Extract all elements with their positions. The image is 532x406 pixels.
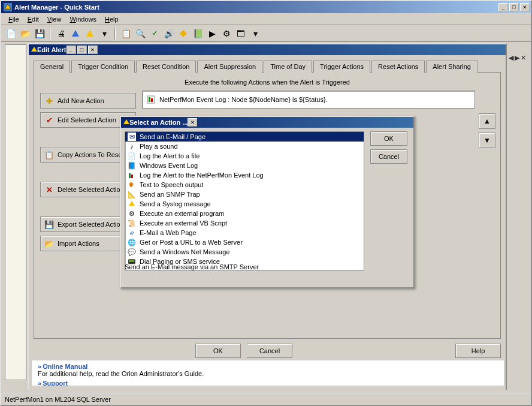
gear-icon: ⚙ [128, 209, 136, 218]
file-icon: 📄 [128, 152, 136, 160]
sa-ok-button[interactable]: OK [370, 131, 407, 146]
list-item[interactable]: ♪ Play a sound [125, 142, 364, 151]
alert-blue-icon[interactable] [69, 28, 81, 40]
dropdown-icon[interactable]: ▾ [98, 28, 110, 40]
alert-yellow-icon[interactable] [84, 28, 96, 40]
mail-icon: ✉ [128, 133, 136, 141]
tab-alert-suppression[interactable]: Alert Suppression [197, 61, 262, 73]
run-icon[interactable]: ▶ [206, 28, 218, 40]
settings-icon[interactable]: ⚙ [220, 28, 232, 40]
ea-ok-button[interactable]: OK [195, 344, 241, 358]
list-item[interactable]: 📐 Send an SNMP Trap [125, 190, 364, 199]
list-item[interactable]: 📘 Windows Event Log [125, 161, 364, 170]
edit-alert-title: Edit Alert [37, 46, 66, 53]
ea-maximize-button[interactable]: □ [77, 46, 87, 54]
online-manual-desc: For additional help, read the Orion Admi… [38, 370, 498, 377]
svg-marker-1 [72, 30, 79, 37]
tab-general[interactable]: General [34, 61, 70, 73]
close-button[interactable]: × [520, 3, 530, 11]
save-icon[interactable]: 💾 [34, 28, 46, 40]
statusbar: NetPerfMon1 on ML204 SQL Server [1, 393, 531, 405]
alert-icon [31, 47, 37, 53]
tab-trigger-actions[interactable]: Trigger Actions [313, 61, 370, 73]
copy-icon: 📋 [44, 150, 54, 160]
list-item[interactable]: ⚙ Execute an external program [125, 209, 364, 218]
minimize-button[interactable]: _ [498, 3, 508, 11]
print-icon[interactable]: 🖨 [55, 28, 67, 40]
support-link[interactable]: Support [43, 380, 68, 386]
select-action-hint: Send an E-Mail message via an SMTP Serve… [125, 263, 259, 270]
ea-minimize-button[interactable]: _ [66, 46, 76, 54]
window-icon[interactable]: 🗔 [235, 28, 247, 40]
ea-cancel-button[interactable]: Cancel [247, 344, 292, 358]
main-titlebar: Alert Manager - Quick Start _ □ × [1, 1, 531, 13]
tab-reset-actions[interactable]: Reset Actions [371, 61, 425, 73]
edit-alert-titlebar: Edit Alert _ □ × [29, 44, 506, 55]
ea-close-button[interactable]: × [88, 46, 98, 54]
online-manual-link[interactable]: Online Manual [43, 363, 87, 370]
main-title: Alert Manager - Quick Start [14, 4, 99, 11]
menu-help[interactable]: Help [101, 14, 122, 24]
add-new-action-button[interactable]: ✚ Add New Action [40, 93, 136, 109]
sa-close-button[interactable]: × [188, 118, 197, 127]
dropdown2-icon[interactable]: ▾ [249, 28, 261, 40]
list-item[interactable]: 💬 Send a Windows Net Message [125, 247, 364, 257]
sa-cancel-button[interactable]: Cancel [370, 149, 407, 164]
quickstart-panel-edge [5, 44, 26, 380]
menu-view[interactable]: View [44, 14, 65, 24]
svg-rect-9 [129, 173, 131, 178]
snmp-icon: 📐 [128, 190, 136, 199]
save-icon: 💾 [44, 219, 54, 229]
list-item[interactable]: ✉ Send an E-Mail / Page [125, 132, 364, 142]
list-item[interactable]: ℯ E-Mail a Web Page [125, 228, 364, 237]
svg-rect-10 [131, 175, 133, 178]
svg-rect-6 [149, 97, 150, 102]
list-item[interactable]: 📄 Log the Alert to a file [125, 151, 364, 161]
sound-icon[interactable]: 🔊 [163, 28, 175, 40]
tab-trigger-condition[interactable]: Trigger Condition [71, 61, 135, 73]
toolbar: 📄 📂 💾 🖨 ▾ 📋 🔍 ✓ 🔊 📗 ▶ ⚙ 🗔 ▾ [1, 25, 531, 42]
list-item[interactable]: 🗣 Text to Speech output [125, 180, 364, 190]
folder-icon: 📂 [44, 239, 54, 248]
tab-time-of-day[interactable]: Time of Day [264, 61, 312, 73]
move-down-button[interactable]: ▼ [479, 133, 495, 148]
move-up-button[interactable]: ▲ [479, 113, 495, 129]
ea-help-button[interactable]: Help [455, 344, 501, 358]
list-item[interactable]: 📜 Execute an external VB Script [125, 218, 364, 228]
list-item[interactable]: Log the Alert to the NetPerfMon Event Lo… [125, 170, 364, 180]
warning-icon [123, 119, 129, 125]
menu-edit[interactable]: Edit [24, 14, 43, 24]
diamond-icon[interactable] [177, 28, 189, 40]
quickstart-help-panel: »Online Manual For additional help, read… [31, 360, 504, 386]
list-item[interactable]: Send a Syslog message [125, 199, 364, 209]
select-action-titlebar: Select an Action ... × [121, 117, 413, 128]
status-text: NetPerfMon1 on ML204 SQL Server [5, 396, 111, 403]
svg-marker-3 [180, 30, 187, 37]
copy-icon[interactable]: 📋 [120, 28, 132, 40]
pane-intro: Execute the following Actions when the A… [40, 79, 494, 86]
url-icon: 🌐 [128, 238, 136, 246]
tts-icon: 🗣 [128, 181, 136, 189]
actions-list[interactable]: NetPerfMon Event Log : Node ${NodeName} … [142, 91, 475, 109]
menu-windows[interactable]: Windows [66, 14, 100, 24]
menubar: File Edit View Windows Help [1, 13, 531, 25]
new-icon[interactable]: 📄 [5, 28, 17, 40]
find-icon[interactable]: 🔍 [134, 28, 146, 40]
open-icon[interactable]: 📂 [19, 28, 31, 40]
menu-file[interactable]: File [5, 14, 23, 24]
maximize-button[interactable]: □ [509, 3, 519, 11]
plus-icon: ✚ [44, 96, 54, 106]
check-icon[interactable]: ✓ [149, 28, 161, 40]
app-icon [4, 3, 12, 11]
action-item-label: NetPerfMon Event Log : Node ${NodeName} … [159, 96, 328, 103]
tab-reset-condition[interactable]: Reset Condition [136, 61, 196, 73]
sound-icon: ♪ [128, 142, 136, 151]
syslog-icon [128, 200, 136, 208]
action-listbox[interactable]: ✉ Send an E-Mail / Page ♪ Play a sound 📄… [125, 131, 364, 270]
select-action-dialog: Select an Action ... × ✉ Send an E-Mail … [120, 116, 415, 288]
tab-alert-sharing[interactable]: Alert Sharing [426, 61, 477, 73]
svg-marker-11 [129, 201, 135, 206]
list-item[interactable]: 🌐 Get or Post a URL to a Web Server [125, 237, 364, 247]
book-icon[interactable]: 📗 [192, 28, 204, 40]
check-red-icon: ✔ [44, 115, 54, 125]
